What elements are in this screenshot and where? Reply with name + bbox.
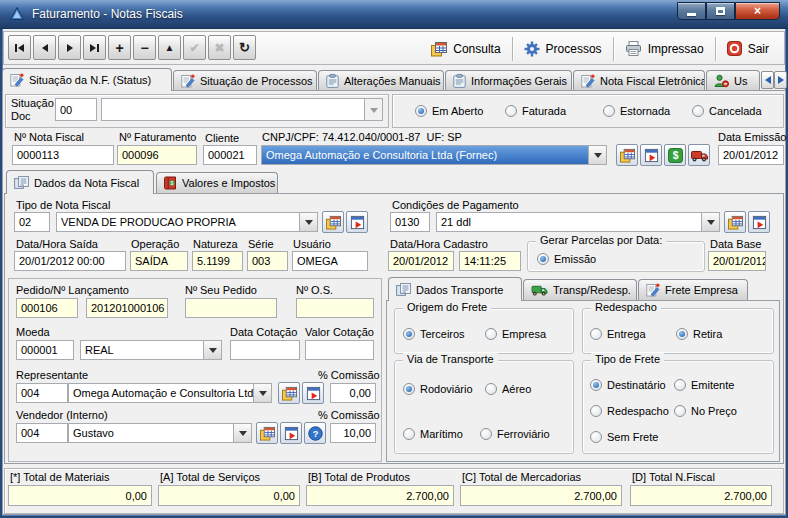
cliente-open-form-button[interactable] <box>640 144 662 166</box>
tipo-combo[interactable]: VENDA DE PRODUCAO PROPRIA <box>56 212 318 232</box>
sair-button[interactable]: Sair <box>716 35 780 62</box>
cliente-lookup-button[interactable] <box>616 144 638 166</box>
tab-nota-fiscal-eletronica[interactable]: Nota Fiscal Eletrônica <box>573 70 705 90</box>
prior-record-button[interactable] <box>33 35 56 60</box>
data-base-input[interactable]: 20/01/2012 <box>708 251 766 271</box>
tab-valores-impostos[interactable]: $ Valores e Impostos <box>156 172 278 193</box>
situacao-code-input[interactable]: 00 <box>55 98 97 121</box>
last-record-button[interactable] <box>83 35 106 60</box>
operacao-input[interactable]: SAÍDA <box>130 251 188 271</box>
vendedor-help-button[interactable]: ? <box>304 422 326 444</box>
radio-empresa[interactable]: Empresa <box>485 327 546 341</box>
tab-usuarios-truncated[interactable]: Us <box>706 70 760 90</box>
radio-redespacho-frete[interactable]: Redespacho <box>590 404 669 418</box>
condicoes-cod-input[interactable]: 0130 <box>390 212 430 232</box>
tab-situacao-nf-status[interactable]: Situação da N.F. (Status) <box>2 68 172 91</box>
moeda-combo[interactable]: REAL <box>80 340 222 360</box>
chevron-down-icon[interactable] <box>588 146 606 164</box>
comissao2-input[interactable]: 10,00 <box>330 423 376 443</box>
chevron-down-icon[interactable] <box>203 341 221 359</box>
radio-faturada[interactable]: Faturada <box>505 104 566 118</box>
chevron-down-icon[interactable] <box>364 99 382 120</box>
tab-informacoes-gerais[interactable]: Informações Gerais <box>445 70 572 90</box>
radio-no-preco[interactable]: No Preço <box>674 404 737 418</box>
tab-situacao-processos[interactable]: Situação de Processos <box>173 70 317 90</box>
tab-dados-nota-fiscal[interactable]: Dados da Nota Fiscal <box>6 170 154 194</box>
radio-retira[interactable]: Retira <box>676 327 722 341</box>
insert-record-button[interactable]: + <box>108 35 131 60</box>
representante-open-form-button[interactable] <box>302 382 324 404</box>
radio-rodoviario[interactable]: Rodoviário <box>403 382 473 396</box>
tab-dados-transporte[interactable]: Dados Transporte <box>388 277 522 301</box>
radio-em-aberto[interactable]: Em Aberto <box>415 104 483 118</box>
radio-entrega[interactable]: Entrega <box>590 327 646 341</box>
nota-fiscal-input[interactable]: 0000113 <box>12 145 114 165</box>
tipo-cod-input[interactable]: 02 <box>14 212 50 232</box>
pedido-cod-input[interactable]: 000106 <box>16 298 78 318</box>
post-record-button[interactable]: ✔ <box>183 35 206 60</box>
cliente-codigo-input[interactable]: 000021 <box>203 145 257 165</box>
vendedor-lookup-button[interactable] <box>256 422 278 444</box>
processos-button[interactable]: Processos <box>513 35 613 62</box>
chevron-down-icon[interactable] <box>253 384 271 402</box>
vendedor-open-form-button[interactable] <box>280 422 302 444</box>
edit-record-button[interactable]: ▲ <box>158 35 181 60</box>
first-record-button[interactable] <box>8 35 31 60</box>
minimize-button[interactable] <box>677 2 706 20</box>
radio-aereo[interactable]: Aéreo <box>485 382 531 396</box>
cliente-combo[interactable]: Omega Automação e Consultoria Ltda (Forn… <box>261 145 607 165</box>
os-input[interactable] <box>296 298 374 318</box>
condicoes-lookup-button[interactable] <box>724 211 746 233</box>
pedido-num-input[interactable]: 201201000106 <box>86 298 168 318</box>
chevron-down-icon[interactable] <box>233 424 251 442</box>
radio-cancelada[interactable]: Cancelada <box>692 104 762 118</box>
radio-sem-frete[interactable]: Sem Frete <box>590 430 658 444</box>
tab-scroll-left-button[interactable] <box>761 71 774 89</box>
radio-maritimo[interactable]: Marítimo <box>403 427 463 441</box>
radio-emissao[interactable]: Emissão <box>537 252 596 266</box>
valor-cotacao-input[interactable] <box>305 340 374 360</box>
radio-estornada[interactable]: Estornada <box>603 104 670 118</box>
comissao1-input[interactable]: 0,00 <box>330 383 376 403</box>
usuario-input[interactable]: OMEGA <box>292 251 368 271</box>
delete-record-button[interactable]: − <box>133 35 156 60</box>
tipo-open-form-button[interactable] <box>346 211 368 233</box>
chevron-down-icon[interactable] <box>701 213 719 231</box>
refresh-record-button[interactable]: ↻ <box>233 35 256 60</box>
saida-input[interactable]: 20/01/2012 00:00 <box>14 251 126 271</box>
cadastro-hora-input[interactable]: 14:11:25 <box>459 251 521 271</box>
condicoes-open-form-button[interactable] <box>748 211 770 233</box>
serie-input[interactable]: 003 <box>247 251 288 271</box>
radio-emitente[interactable]: Emitente <box>674 378 734 392</box>
radio-terceiros[interactable]: Terceiros <box>403 327 465 341</box>
radio-ferroviario[interactable]: Ferroviário <box>480 427 550 441</box>
vendedor-cod-input[interactable]: 004 <box>16 423 68 443</box>
vendedor-combo[interactable]: Gustavo <box>68 423 252 443</box>
cancel-record-button[interactable]: ✖ <box>208 35 231 60</box>
consulta-button[interactable]: Consulta <box>420 35 511 62</box>
cliente-financeiro-button[interactable]: $ <box>664 144 686 166</box>
chevron-down-icon[interactable] <box>299 213 317 231</box>
tab-scroll-right-button[interactable] <box>774 71 787 89</box>
cliente-transporte-button[interactable] <box>688 144 710 166</box>
seu-pedido-input[interactable] <box>185 298 277 318</box>
cadastro-data-input[interactable]: 20/01/2012 <box>388 251 454 271</box>
maximize-button[interactable] <box>706 2 735 20</box>
tab-alteracoes-manuais[interactable]: Alterações Manuais <box>318 70 444 90</box>
situacao-desc-combo[interactable] <box>101 98 383 121</box>
faturamento-input[interactable]: 000096 <box>117 145 197 165</box>
data-emissao-input[interactable]: 20/01/2012 <box>718 145 784 165</box>
data-cotacao-input[interactable] <box>230 340 300 360</box>
moeda-cod-input[interactable]: 000001 <box>16 340 74 360</box>
tab-frete-empresa[interactable]: Frete Empresa <box>638 279 748 300</box>
tab-transp-redesp[interactable]: Transp/Redesp. <box>523 279 637 300</box>
representante-cod-input[interactable]: 004 <box>16 383 68 403</box>
representante-combo[interactable]: Omega Automação e Consultoria Ltda <box>68 383 272 403</box>
tipo-lookup-button[interactable] <box>322 211 344 233</box>
close-button[interactable]: × <box>735 2 780 20</box>
radio-destinatario[interactable]: Destinatário <box>590 378 666 392</box>
representante-lookup-button[interactable] <box>278 382 300 404</box>
next-record-button[interactable] <box>58 35 81 60</box>
impressao-button[interactable]: Impressao <box>614 35 715 62</box>
natureza-input[interactable]: 5.1199 <box>192 251 243 271</box>
